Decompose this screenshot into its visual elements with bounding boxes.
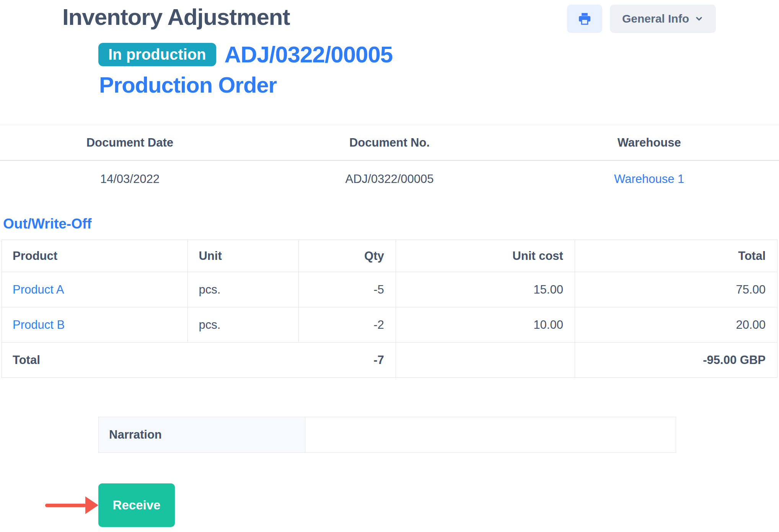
product-link[interactable]: Product A <box>13 283 64 296</box>
page-header: Inventory Adjustment In production ADJ/0… <box>0 5 779 97</box>
table-row: Product B pcs. -2 10.00 20.00 <box>2 307 777 343</box>
total-label: Total <box>2 343 299 378</box>
info-header-warehouse: Warehouse <box>519 136 779 150</box>
col-header-product: Product <box>2 240 188 272</box>
document-date-value: 14/03/2022 <box>0 172 260 186</box>
arrow-head <box>85 496 98 514</box>
narration-input[interactable] <box>305 417 676 452</box>
printer-icon <box>577 11 592 26</box>
col-header-qty: Qty <box>299 240 396 272</box>
red-arrow-right-icon <box>45 496 98 514</box>
info-header-document-date: Document Date <box>0 136 260 150</box>
unit-cell: pcs. <box>188 272 299 307</box>
col-header-unit-cost: Unit cost <box>396 240 575 272</box>
total-cell: 20.00 <box>575 307 777 343</box>
col-header-unit: Unit <box>188 240 299 272</box>
product-link[interactable]: Product B <box>13 318 65 331</box>
document-info-value-row: 14/03/2022 ADJ/0322/00005 Warehouse 1 <box>0 161 779 197</box>
status-row: In production ADJ/0322/00005 <box>98 43 779 66</box>
col-header-total: Total <box>575 240 777 272</box>
total-row: Total -7 -95.00 GBP <box>2 343 777 378</box>
qty-cell: -2 <box>299 307 396 343</box>
total-qty: -7 <box>299 343 396 378</box>
header-actions: General Info <box>567 5 716 33</box>
general-info-label: General Info <box>622 12 689 25</box>
table-row: Product A pcs. -5 15.00 75.00 <box>2 272 777 307</box>
warehouse-link[interactable]: Warehouse 1 <box>614 172 684 186</box>
section-title-out-write-off: Out/Write-Off <box>3 216 779 232</box>
document-info-table: Document Date Document No. Warehouse 14/… <box>0 125 779 197</box>
qty-cell: -5 <box>299 272 396 307</box>
general-info-button[interactable]: General Info <box>610 5 716 33</box>
status-badge: In production <box>98 43 216 66</box>
receive-button[interactable]: Receive <box>98 483 175 527</box>
arrow-line <box>45 504 86 507</box>
narration-label: Narration <box>99 417 305 452</box>
chevron-down-icon <box>694 14 704 23</box>
total-unit-cost <box>396 343 575 378</box>
document-number-link[interactable]: ADJ/0322/00005 <box>225 43 393 66</box>
items-table-header-row: Product Unit Qty Unit cost Total <box>2 240 777 272</box>
document-info-header-row: Document Date Document No. Warehouse <box>0 125 779 161</box>
unit-cell: pcs. <box>188 307 299 343</box>
unit-cost-cell: 15.00 <box>396 272 575 307</box>
document-no-value: ADJ/0322/00005 <box>260 172 520 186</box>
action-row: Receive <box>0 483 779 527</box>
inventory-adjustment-page: Inventory Adjustment In production ADJ/0… <box>0 0 779 527</box>
unit-cost-cell: 10.00 <box>396 307 575 343</box>
print-button[interactable] <box>567 5 602 33</box>
total-amount: -95.00 GBP <box>575 343 777 378</box>
total-cell: 75.00 <box>575 272 777 307</box>
narration-field: Narration <box>98 417 676 453</box>
info-header-document-no: Document No. <box>260 136 520 150</box>
production-order-link[interactable]: Production Order <box>99 73 277 97</box>
items-table: Product Unit Qty Unit cost Total Product… <box>2 240 777 378</box>
